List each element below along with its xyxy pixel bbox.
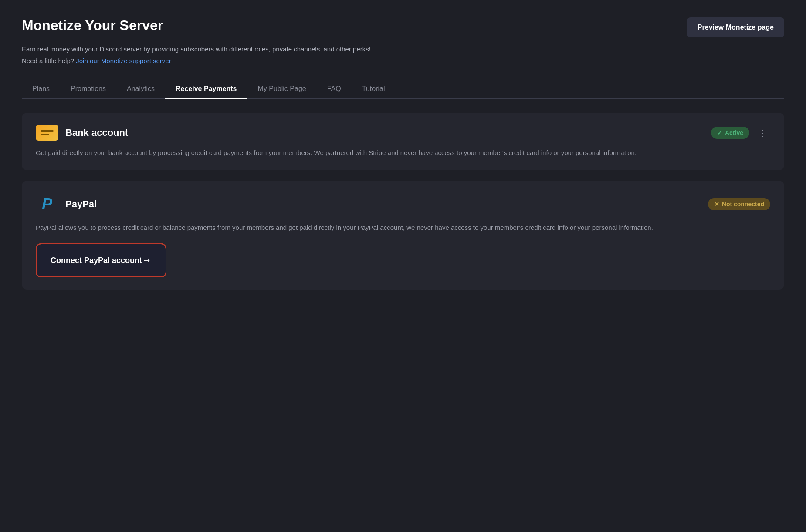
subtitle-area: Earn real money with your Discord server… [22,44,784,66]
paypal-card: P PayPal ✕ Not connected PayPal allows y… [22,181,784,290]
subtitle-text: Earn real money with your Discord server… [22,44,784,54]
tab-promotions[interactable]: Promotions [60,80,116,99]
tab-analytics[interactable]: Analytics [116,80,165,99]
paypal-description: PayPal allows you to process credit card… [36,222,770,233]
tab-tutorial[interactable]: Tutorial [352,80,396,99]
tab-faq[interactable]: FAQ [317,80,352,99]
bank-active-badge: ✓ Active [711,127,749,139]
help-text: Need a little help? [22,57,74,64]
arrow-right-icon: → [142,255,152,266]
x-icon: ✕ [714,201,719,208]
main-content: Bank account ✓ Active ⋮ Get paid directl… [22,113,784,290]
paypal-title: PayPal [65,199,97,210]
bank-account-actions: ✓ Active ⋮ [711,126,770,140]
paypal-not-connected-badge: ✕ Not connected [708,198,770,210]
page-title: Monetize Your Server [22,17,163,34]
bank-line-2 [41,134,49,135]
bank-account-description: Get paid directly on your bank account b… [36,148,770,158]
paypal-card-header: P PayPal ✕ Not connected [36,193,770,215]
page-header: Monetize Your Server Preview Monetize pa… [22,17,784,37]
bank-account-card-header: Bank account ✓ Active ⋮ [36,125,770,141]
paypal-p-letter: P [42,195,52,213]
paypal-title-area: P PayPal [36,193,97,215]
bank-status-label: Active [725,129,743,136]
bank-line-1 [41,130,54,132]
connect-paypal-button[interactable]: Connect PayPal account → [36,243,166,277]
paypal-status-label: Not connected [722,201,764,208]
paypal-actions: ✕ Not connected [708,198,770,210]
tab-plans[interactable]: Plans [22,80,60,99]
bank-account-title: Bank account [65,127,128,138]
connect-paypal-button-label: Connect PayPal account [51,256,142,265]
bank-icon-lines [41,130,54,135]
tabs-nav: Plans Promotions Analytics Receive Payme… [22,80,784,99]
bank-account-title-area: Bank account [36,125,128,141]
tab-receive-payments[interactable]: Receive Payments [165,80,247,99]
bank-account-menu-button[interactable]: ⋮ [755,126,770,140]
check-icon: ✓ [717,129,722,136]
tab-my-public-page[interactable]: My Public Page [247,80,317,99]
support-link[interactable]: Join our Monetize support server [76,57,171,64]
paypal-icon: P [36,193,58,215]
preview-monetize-button[interactable]: Preview Monetize page [687,17,784,37]
bank-icon [36,125,58,141]
help-text-row: Need a little help? Join our Monetize su… [22,56,784,66]
bank-account-card: Bank account ✓ Active ⋮ Get paid directl… [22,113,784,170]
